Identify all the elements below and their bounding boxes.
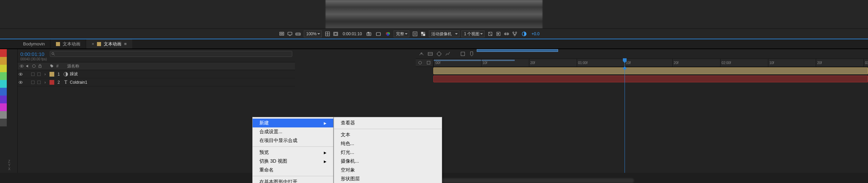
tab-comp-1[interactable]: 文本动画: [51, 39, 86, 48]
preview-frame: [326, 0, 542, 28]
tab-comp-2[interactable]: × 文本动画 ≡: [86, 39, 132, 48]
solo-toggle[interactable]: [30, 81, 36, 84]
layer-search[interactable]: [50, 51, 292, 57]
swatch[interactable]: [0, 96, 7, 103]
menu-item-reveal-in-project[interactable]: 在项目中显示合成: [253, 136, 333, 145]
source-name-header[interactable]: 源名称: [64, 62, 295, 70]
menu-label: 新建: [259, 120, 269, 126]
work-area-bar[interactable]: [433, 60, 515, 61]
draft-3d-icon[interactable]: [460, 51, 466, 57]
solo-toggle[interactable]: [30, 73, 36, 76]
zoom-select[interactable]: 100%: [304, 30, 322, 37]
vr-icon[interactable]: [294, 30, 302, 38]
layer-row[interactable]: › 2 T Coldrain1: [18, 78, 295, 86]
roi-icon[interactable]: [411, 30, 419, 38]
ruler-label: 10f: [626, 61, 631, 65]
search-input[interactable]: [50, 51, 292, 57]
menu-label: 摄像机...: [341, 158, 359, 164]
safe-zones-icon[interactable]: [332, 30, 339, 38]
menu-item-preview[interactable]: 预览▶: [253, 148, 333, 157]
menu-item-new[interactable]: 新建▶: [253, 119, 333, 127]
expand-toggle[interactable]: ›: [42, 72, 48, 77]
views-select[interactable]: 1 个视图: [461, 30, 485, 37]
menu-label: 灯光...: [341, 149, 354, 156]
current-time[interactable]: 0:00:01:10: [20, 51, 44, 57]
swatch[interactable]: [0, 49, 7, 57]
layer-color[interactable]: [50, 80, 54, 85]
svg-point-27: [514, 35, 515, 36]
magnify-icon[interactable]: [278, 30, 285, 38]
svg-rect-33: [39, 66, 41, 67]
ruler-label: 02:00f: [722, 61, 731, 65]
audio-header-icon[interactable]: [25, 64, 30, 68]
menu-item-viewer[interactable]: 查看器: [334, 119, 442, 127]
solo-header-icon[interactable]: [32, 64, 36, 68]
svg-rect-18: [421, 32, 423, 34]
tag-header-icon[interactable]: [50, 64, 54, 68]
menu-item-rename[interactable]: 重命名: [253, 166, 333, 175]
visibility-toggle[interactable]: [18, 80, 24, 85]
eye-header-icon[interactable]: [19, 64, 24, 68]
menu-item-open-egp[interactable]: 在基本图形中打开: [253, 178, 333, 183]
lock-toggle[interactable]: [36, 81, 42, 84]
timeline-tracks[interactable]: [416, 67, 868, 173]
close-icon[interactable]: ×: [92, 41, 94, 46]
swatch[interactable]: [0, 65, 7, 73]
viewer-timecode[interactable]: 0:00:01:10: [341, 32, 363, 36]
menu-item-comp-settings[interactable]: 合成设置...: [253, 127, 333, 136]
visibility-toggle[interactable]: [18, 72, 24, 77]
motion-blur-icon[interactable]: [436, 51, 442, 57]
marker-icon[interactable]: [469, 51, 475, 57]
graph-editor-icon[interactable]: [445, 51, 451, 57]
menu-item-null[interactable]: 空对象: [334, 166, 442, 175]
resolution-select[interactable]: 完整: [394, 30, 409, 37]
layer-row[interactable]: › 1 躁波: [18, 70, 295, 78]
swatch[interactable]: [0, 111, 7, 119]
swatch[interactable]: [0, 103, 7, 111]
fast-preview-icon[interactable]: [495, 30, 502, 38]
svg-point-15: [387, 33, 389, 36]
swatch[interactable]: [0, 57, 7, 65]
menu-item-shape[interactable]: 形状图层: [334, 175, 442, 183]
menu-item-solid[interactable]: 纯色...: [334, 139, 442, 148]
flowchart-icon[interactable]: [511, 30, 518, 38]
lock-toggle[interactable]: [36, 73, 42, 76]
swatch[interactable]: [0, 119, 7, 126]
channel-icon[interactable]: [384, 30, 392, 38]
pixel-aspect-icon[interactable]: [487, 30, 494, 38]
device-icon[interactable]: [286, 30, 294, 38]
switches-icon[interactable]: [418, 60, 422, 65]
layer-bar[interactable]: [433, 67, 868, 74]
menu-item-text[interactable]: 文本: [334, 130, 442, 139]
swatch[interactable]: [0, 88, 7, 96]
lock-header-icon[interactable]: [38, 64, 42, 68]
time-navigator[interactable]: [477, 49, 558, 52]
shy-icon[interactable]: [418, 51, 425, 57]
timeline-icon[interactable]: [503, 30, 510, 38]
swatch[interactable]: [0, 72, 7, 80]
camera-select[interactable]: 活动摄像机: [429, 30, 459, 37]
frame-blend-icon[interactable]: [427, 51, 433, 57]
menu-item-camera[interactable]: 摄像机...: [334, 157, 442, 166]
swatch[interactable]: [0, 80, 7, 88]
context-menu: 新建▶ 合成设置... 在项目中显示合成 预览▶ 切换 3D 视图▶ 重命名 在…: [252, 117, 442, 183]
exposure-value[interactable]: +0.0: [530, 32, 541, 36]
time-ruler[interactable]: :00f 10f 20f 01:00f 10f 20f 02:00f 10f 2…: [416, 59, 868, 67]
grid-icon[interactable]: [324, 30, 331, 38]
cti-head-icon[interactable]: [623, 58, 627, 63]
transparency-grid-icon[interactable]: [419, 30, 427, 38]
menu-item-light[interactable]: 灯光...: [334, 148, 442, 157]
modes-icon[interactable]: [426, 60, 431, 65]
expand-toggle[interactable]: ›: [42, 80, 48, 85]
panel-menu-icon[interactable]: ≡: [124, 41, 127, 46]
menu-item-switch-3d-view[interactable]: 切换 3D 视图▶: [253, 157, 333, 166]
layer-name[interactable]: 躁波: [70, 71, 295, 77]
layer-name[interactable]: Coldrain1: [70, 80, 295, 85]
exposure-reset-icon[interactable]: [520, 30, 528, 38]
snapshot-icon[interactable]: [365, 30, 373, 38]
current-time-indicator[interactable]: [625, 59, 625, 66]
layer-bar[interactable]: [433, 76, 868, 82]
tab-bodymovin[interactable]: Bodymovin: [18, 39, 50, 48]
show-snapshot-icon[interactable]: [375, 30, 382, 38]
layer-color[interactable]: [50, 72, 54, 77]
